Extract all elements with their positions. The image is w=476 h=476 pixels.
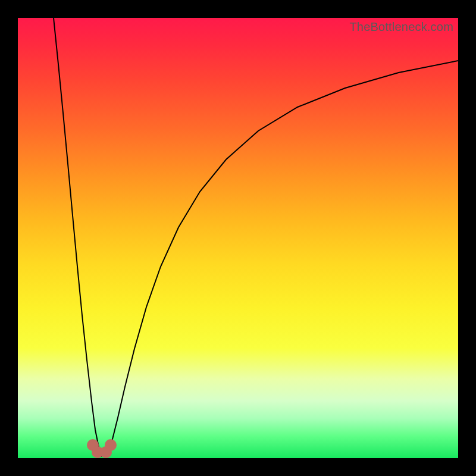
plot-area: TheBottleneck.com	[18, 18, 458, 458]
watermark-text: TheBottleneck.com	[349, 20, 453, 34]
curve-right-branch	[107, 61, 458, 457]
curve-left-branch	[54, 18, 101, 457]
curves-svg	[18, 18, 458, 458]
chart-frame: TheBottleneck.com	[0, 0, 476, 476]
vertex-bump	[105, 439, 117, 451]
